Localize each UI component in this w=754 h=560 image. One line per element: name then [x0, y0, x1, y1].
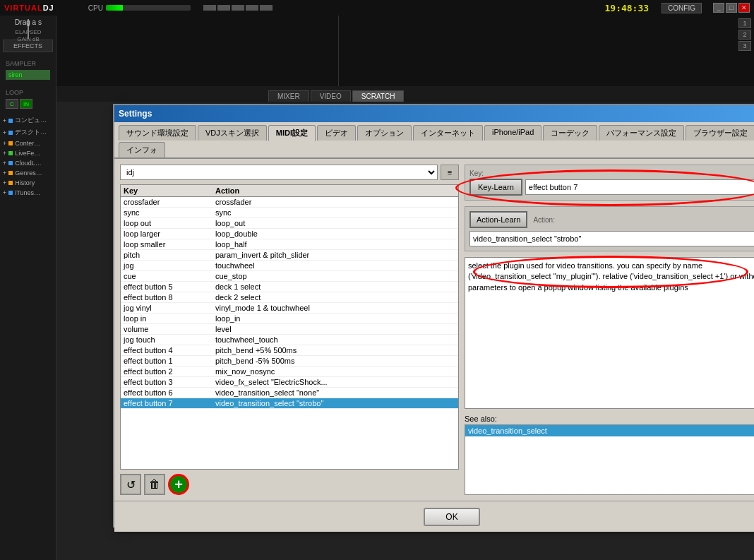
nav-item-cloud[interactable]: + CloudL…	[1, 158, 54, 168]
app-logo: VIRTUALDJ	[4, 4, 54, 12]
content-top-right: 1 2 3	[339, 16, 754, 86]
key-value-input[interactable]: effect button 7	[525, 179, 754, 195]
nav-item-computer[interactable]: + コンピュ…	[1, 114, 54, 126]
table-row[interactable]: effect button 4pitch_bend +5% 500ms	[121, 345, 458, 356]
mixer-bar-1	[203, 5, 216, 11]
table-row[interactable]: cuecue_stop	[121, 271, 458, 282]
ok-button[interactable]: OK	[424, 508, 480, 526]
mixer-bar-5	[260, 5, 273, 11]
loop-in-btn[interactable]: IN	[20, 99, 32, 109]
table-row[interactable]: loop outloop_out	[121, 218, 458, 229]
sidebar: Drag a s ELAPSED GAIN dB EFFECTS SAMPLER…	[0, 16, 56, 560]
table-header: Key Action	[121, 185, 458, 197]
dialog-body: idj ≡ Key Action crossfadercrossfader sy…	[114, 159, 754, 501]
drag-label: Drag a s	[0, 16, 56, 29]
num-btn-1[interactable]: 1	[738, 18, 751, 28]
num-btn-2[interactable]: 2	[738, 30, 751, 40]
tab-mixer[interactable]: MIXER	[268, 90, 309, 102]
table-row[interactable]: loop largerloop_double	[121, 229, 458, 239]
table-row[interactable]: jog vinylvinyl_mode 1 & touchwheel	[121, 303, 458, 314]
num-buttons: 1 2 3	[738, 18, 751, 51]
action-value-input[interactable]: video_transition_select "strobo"	[469, 231, 754, 246]
nav-item-livefe[interactable]: + LiveFe…	[1, 148, 54, 158]
see-also-item[interactable]: video_transition_select	[465, 425, 754, 436]
dialog-footer: OK	[114, 501, 754, 532]
tab-scratch[interactable]: SCRATCH	[352, 90, 405, 102]
table-row[interactable]: loop inloop_in	[121, 314, 458, 324]
tab-skin[interactable]: VDJスキン選択	[198, 125, 267, 141]
subtab-bar: MIXER VIDEO SCRATCH	[56, 86, 754, 102]
table-row[interactable]: effect button 5deck 1 select	[121, 282, 458, 292]
dot-computer	[8, 119, 13, 123]
nav-item-content[interactable]: + Conter…	[1, 138, 54, 148]
table-row[interactable]: jogtouchwheel	[121, 261, 458, 271]
ab-buttons	[203, 5, 273, 11]
table-row[interactable]: pitchparam_invert & pitch_slider	[121, 250, 458, 261]
dot-cloud	[8, 161, 13, 165]
table-row-selected[interactable]: effect button 7video_transition_select "…	[121, 398, 458, 409]
tab-internet[interactable]: インターネット	[413, 125, 483, 141]
config-button[interactable]: CONFIG	[662, 3, 702, 13]
dot-itunes	[8, 191, 13, 195]
content-top-left	[56, 16, 339, 86]
tab-options[interactable]: オプション	[357, 125, 412, 141]
undo-btn[interactable]: ↺	[120, 474, 141, 495]
see-also-list: video_transition_select	[465, 424, 754, 495]
nav-item-desktop[interactable]: + デスクト…	[1, 126, 54, 138]
close-button[interactable]: ✕	[738, 3, 750, 13]
action-header: Action-Learn Action: i	[469, 211, 754, 228]
table-row[interactable]: effect button 6video_transition_select "…	[121, 388, 458, 398]
table-row[interactable]: syncsync	[121, 208, 458, 218]
dialog-title: Settings	[119, 109, 152, 119]
mixer-bar-2	[217, 5, 230, 11]
list-icon-btn[interactable]: ≡	[441, 165, 459, 180]
loop-controls: C IN	[6, 99, 50, 109]
right-panel: Key: Key-Learn effect button 7 ▼ Action-…	[465, 165, 754, 495]
action-learn-button[interactable]: Action-Learn	[469, 211, 527, 228]
nav-item-itunes[interactable]: + iTunes…	[1, 188, 54, 198]
sampler-section: SAMPLER siren	[3, 59, 53, 81]
left-panel: idj ≡ Key Action crossfadercrossfader sy…	[120, 165, 459, 495]
table-row[interactable]: jog touchtouchwheel_touch	[121, 335, 458, 345]
tab-performance[interactable]: パフォーマンス設定	[599, 125, 684, 141]
loop-c-btn[interactable]: C	[6, 99, 18, 109]
action-label: Action:	[533, 216, 754, 224]
tab-video[interactable]: ビデオ	[317, 125, 356, 141]
table-row[interactable]: crossfadercrossfader	[121, 197, 458, 208]
dot-genres	[8, 171, 13, 175]
cpu-bar	[106, 5, 191, 11]
delete-btn[interactable]: 🗑	[144, 474, 165, 495]
sampler-value[interactable]: siren	[6, 70, 50, 80]
key-learn-button[interactable]: Key-Learn	[469, 179, 522, 196]
minimize-button[interactable]: _	[713, 3, 724, 13]
nav-item-history[interactable]: + History	[1, 178, 54, 188]
tab-browser[interactable]: ブラウザー設定	[686, 125, 754, 141]
nav-item-genres[interactable]: + Genres…	[1, 168, 54, 178]
tab-midi[interactable]: MIDI設定	[268, 125, 316, 141]
table-row[interactable]: effect button 2mix_now_nosync	[121, 367, 458, 377]
add-btn[interactable]: +	[168, 474, 189, 495]
device-dropdown[interactable]: idj	[120, 165, 438, 180]
time-display: 19:48:33	[604, 3, 649, 13]
restore-button[interactable]: □	[726, 3, 737, 13]
sidebar-nav-items: + コンピュ… + デスクト… + Conter… + LiveFe… +	[0, 114, 56, 198]
tab-codec[interactable]: コーデック	[543, 125, 597, 141]
num-btn-3[interactable]: 3	[738, 41, 751, 51]
table-row[interactable]: effect button 3video_fx_select "Electric…	[121, 377, 458, 388]
bottom-buttons: ↺ 🗑 +	[120, 474, 459, 495]
table-row[interactable]: volumelevel	[121, 324, 458, 335]
table-row[interactable]: loop smallerloop_half	[121, 239, 458, 250]
main-area: Drag a s ELAPSED GAIN dB EFFECTS SAMPLER…	[0, 16, 754, 560]
tab-info[interactable]: インフォ	[119, 142, 165, 157]
table-row[interactable]: effect button 1pitch_bend -5% 500ms	[121, 356, 458, 367]
content-top: 1 2 3	[56, 16, 754, 86]
tab-iphone[interactable]: iPhone/iPad	[484, 125, 541, 141]
loop-section: LOOP C IN	[3, 88, 53, 109]
window-controls: _ □ ✕	[713, 3, 750, 13]
mixer-bars	[203, 5, 273, 11]
logo-virtual: VIRTUAL	[4, 4, 43, 12]
table-row[interactable]: effect button 8deck 2 select	[121, 292, 458, 303]
tab-sound[interactable]: サウンド環境設定	[119, 125, 196, 141]
tab-video[interactable]: VIDEO	[311, 90, 351, 102]
cpu-bar-fill	[106, 5, 123, 11]
